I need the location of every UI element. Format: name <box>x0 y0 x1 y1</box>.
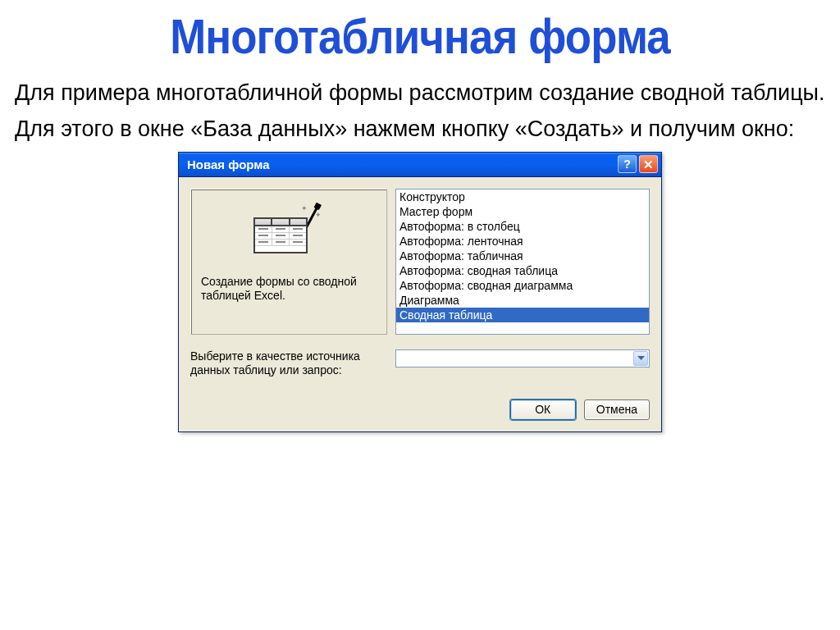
close-button[interactable]: ✕ <box>639 155 658 173</box>
list-item-selected[interactable]: Сводная таблица <box>396 308 649 322</box>
list-item[interactable]: Автоформа: табличная <box>396 249 649 263</box>
list-item[interactable]: Автоформа: в столбец <box>396 219 649 234</box>
intro-paragraph-1: Для примера многотабличной формы рассмот… <box>15 80 830 107</box>
help-button[interactable]: ? <box>618 155 637 173</box>
cancel-button[interactable]: Отмена <box>584 399 650 420</box>
preview-panel: ✦✦· Создание формы со сводной таблицей E… <box>190 189 387 335</box>
list-item[interactable]: Мастер форм <box>396 204 649 219</box>
ok-button[interactable]: ОК <box>510 399 576 420</box>
list-item[interactable]: Диаграмма <box>396 293 649 308</box>
chevron-down-icon <box>637 356 645 361</box>
page-title: Многотабличная форма <box>50 8 789 65</box>
dialog-title: Новая форма <box>187 158 615 171</box>
form-type-listbox[interactable]: Конструктор Мастер форм Автоформа: в сто… <box>395 189 650 335</box>
preview-description: Создание формы со сводной таблицей Excel… <box>201 270 377 304</box>
list-item[interactable]: Автоформа: сводная таблица <box>396 263 649 278</box>
dialog-titlebar[interactable]: Новая форма ? ✕ <box>179 153 661 177</box>
close-icon: ✕ <box>643 158 654 171</box>
list-item[interactable]: Автоформа: сводная диаграмма <box>396 278 649 293</box>
intro-paragraph-2: Для этого в окне «База данных» нажмем кн… <box>15 116 830 144</box>
list-item[interactable]: Конструктор <box>396 189 649 204</box>
source-label: Выберите в качестве источника данных таб… <box>190 349 387 378</box>
new-form-dialog: Новая форма ? ✕ ✦✦· <box>178 152 662 432</box>
help-icon: ? <box>623 158 631 171</box>
pivot-table-wizard-icon: ✦✦· <box>253 206 324 255</box>
list-item[interactable]: Автоформа: ленточная <box>396 234 649 249</box>
source-combobox[interactable] <box>395 349 650 368</box>
combobox-dropdown-button[interactable] <box>633 351 648 366</box>
